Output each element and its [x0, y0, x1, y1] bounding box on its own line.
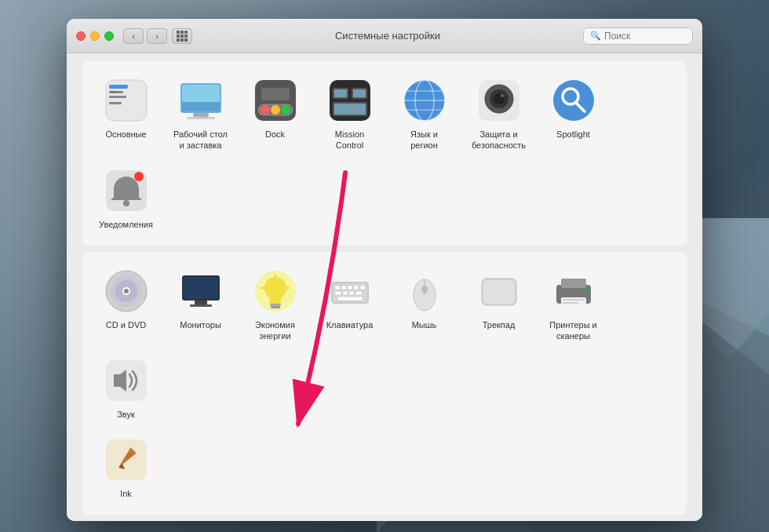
general-label: Основные	[105, 129, 146, 140]
ink-label: Ink	[120, 488, 132, 499]
search-input[interactable]	[604, 31, 686, 42]
personal-icons-grid: File New Основные	[89, 69, 680, 238]
dock-label: Dock	[265, 129, 285, 140]
app-item-dock[interactable]: Dock	[238, 69, 312, 159]
svg-rect-84	[563, 299, 585, 301]
svg-rect-70	[360, 286, 365, 290]
minimize-button[interactable]	[90, 31, 100, 41]
keyboard-label: Клавиатура	[326, 319, 374, 330]
svg-rect-72	[343, 291, 348, 295]
general-icon: File New	[103, 77, 150, 124]
svg-rect-80	[483, 280, 515, 304]
svg-rect-60	[271, 306, 280, 308]
mouse-icon	[401, 268, 448, 315]
app-item-general[interactable]: File New Основные	[89, 69, 163, 159]
security-label: Защита ибезопасность	[472, 129, 526, 151]
svg-text:New: New	[111, 89, 117, 93]
app-item-keyboard[interactable]: Клавиатура	[312, 260, 387, 350]
svg-rect-29	[334, 104, 366, 115]
section-hardware: CD и DVD Мониторы	[82, 252, 687, 515]
mouse-label: Мышь	[412, 319, 437, 330]
desktop-icon	[177, 77, 224, 124]
close-button[interactable]	[76, 31, 86, 41]
window-title: Системные настройки	[192, 30, 583, 42]
svg-rect-83	[561, 297, 586, 305]
app-item-security[interactable]: Защита ибезопасность	[461, 69, 536, 159]
app-item-energy[interactable]: Экономияэнергии	[238, 260, 312, 350]
monitors-label: Мониторы	[180, 319, 221, 330]
grid-icon	[177, 31, 188, 42]
notifications-label: Уведомления	[99, 219, 153, 230]
svg-point-41	[501, 94, 504, 97]
svg-rect-7	[109, 96, 126, 98]
svg-rect-71	[335, 291, 341, 295]
sound-icon	[103, 357, 150, 404]
svg-rect-73	[349, 291, 354, 295]
svg-point-46	[123, 200, 129, 206]
cd-label: CD и DVD	[106, 319, 146, 330]
svg-rect-74	[355, 291, 362, 295]
trackpad-label: Трекпад	[483, 319, 516, 330]
app-item-notifications[interactable]: Уведомления	[89, 159, 163, 238]
svg-rect-67	[341, 286, 346, 290]
preferences-content: File New Основные	[67, 53, 702, 521]
svg-rect-22	[261, 88, 290, 100]
svg-point-21	[281, 105, 290, 115]
section-personal: File New Основные	[82, 61, 687, 246]
svg-rect-66	[335, 286, 340, 290]
mission-icon	[326, 77, 374, 124]
language-label: Язык ирегион	[410, 129, 438, 151]
app-item-sound[interactable]: Звук	[89, 349, 163, 428]
back-button[interactable]: ‹	[123, 28, 144, 44]
language-icon	[401, 77, 448, 124]
app-item-trackpad[interactable]: Трекпад	[461, 260, 536, 350]
svg-rect-86	[585, 288, 588, 291]
app-item-mouse[interactable]: Мышь	[387, 260, 461, 350]
cd-icon	[103, 268, 150, 315]
svg-rect-28	[353, 89, 366, 97]
app-item-desktop[interactable]: Рабочий столи заставка	[163, 69, 238, 159]
energy-label: Экономияэнергии	[255, 319, 295, 342]
svg-rect-56	[195, 301, 207, 304]
svg-rect-75	[337, 297, 363, 301]
printers-label: Принтеры исканеры	[549, 319, 597, 342]
app-item-mission[interactable]: MissionControl	[312, 69, 387, 159]
svg-point-20	[271, 105, 280, 115]
svg-rect-57	[190, 304, 212, 307]
trackpad-icon	[476, 268, 523, 315]
svg-rect-8	[109, 102, 122, 104]
svg-rect-13	[182, 102, 220, 111]
keyboard-icon	[326, 268, 374, 315]
app-item-spotlight[interactable]: Spotlight	[536, 69, 610, 159]
titlebar: ‹ › Системные настройки 🔍	[67, 19, 702, 53]
app-item-ink[interactable]: Ink	[89, 428, 163, 507]
svg-rect-27	[334, 89, 347, 97]
svg-rect-59	[270, 304, 281, 306]
dock-icon	[252, 77, 299, 124]
app-item-printers[interactable]: Принтеры исканеры	[536, 260, 610, 350]
app-item-cd[interactable]: CD и DVD	[89, 260, 163, 350]
svg-point-52	[124, 289, 129, 293]
app-item-language[interactable]: Язык ирегион	[387, 69, 461, 159]
svg-rect-55	[184, 277, 218, 299]
svg-rect-85	[563, 302, 578, 304]
spotlight-icon	[550, 77, 597, 124]
svg-rect-69	[354, 286, 359, 290]
svg-point-19	[261, 105, 270, 115]
svg-point-78	[421, 286, 428, 293]
energy-icon	[252, 268, 299, 315]
svg-rect-68	[348, 286, 352, 290]
grid-view-button[interactable]	[172, 28, 192, 44]
svg-text:File: File	[111, 84, 118, 89]
spotlight-label: Spotlight	[556, 129, 590, 140]
app-item-monitors[interactable]: Мониторы	[163, 260, 238, 350]
ink-row: Ink	[89, 428, 680, 507]
search-box[interactable]: 🔍	[583, 27, 693, 45]
maximize-button[interactable]	[104, 31, 114, 41]
forward-button[interactable]: ›	[147, 28, 167, 44]
ink-icon	[103, 436, 150, 483]
hardware-icons-grid: CD и DVD Мониторы	[89, 260, 680, 428]
monitors-icon	[177, 268, 224, 315]
system-preferences-window: ‹ › Системные настройки 🔍	[67, 19, 702, 521]
desktop-label: Рабочий столи заставка	[173, 129, 228, 151]
